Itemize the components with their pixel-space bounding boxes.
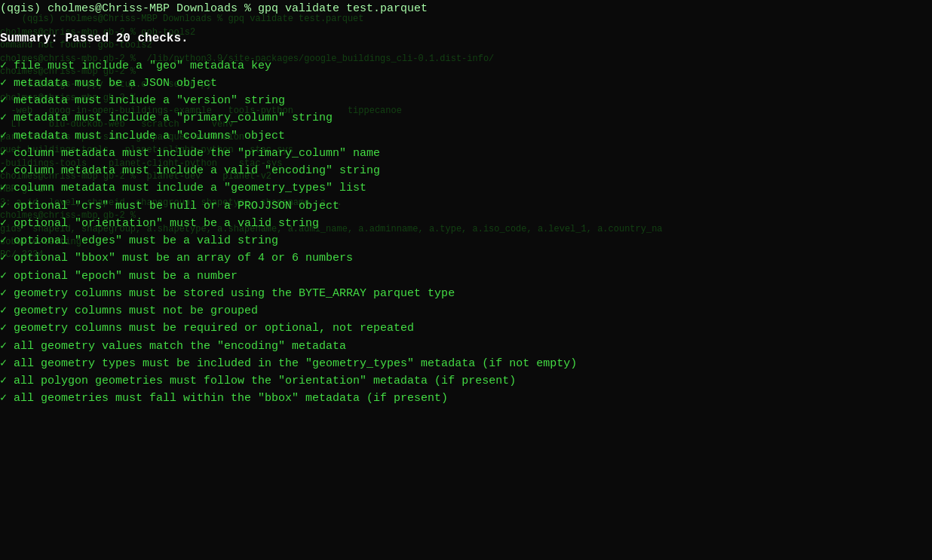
check-line-12: ✓ optional "bbox" must be an array of 4 … (0, 249, 932, 267)
check-line-2: ✓ metadata must be a JSON object (0, 75, 932, 92)
terminal-window: (qgis) cholmes@Chriss-MBP Downloads % gp… (0, 0, 932, 560)
check-line-9: ✓ optional "crs" must be null or a PROJJ… (0, 197, 932, 215)
check-line-14: ✓ geometry columns must be stored using … (0, 285, 932, 302)
check-line-20: ✓ all geometries must fall within the "b… (0, 390, 932, 407)
check-line-15: ✓ geometry columns must not be grouped (0, 302, 932, 320)
check-line-13: ✓ optional "epoch" must be a number (0, 268, 932, 285)
terminal-background-text: (qgis) cholmes@Chriss-MBP Downloads % gp… (0, 0, 932, 560)
check-line-18: ✓ all geometry types must be included in… (0, 355, 932, 372)
check-line-17: ✓ all geometry values match the "encodin… (0, 338, 932, 355)
check-line-6: ✓ column metadata must include the "prim… (0, 145, 932, 162)
check-line-11: ✓ optional "edges" must be a valid strin… (0, 232, 932, 249)
check-line-7: ✓ column metadata must include a valid "… (0, 162, 932, 179)
check-line-4: ✓ metadata must include a "primary_colum… (0, 109, 932, 127)
terminal-foreground: (qgis) cholmes@Chriss-MBP Downloads % gp… (0, 0, 932, 560)
check-line-8: ✓ column metadata must include a "geomet… (0, 179, 932, 197)
blank-line (0, 17, 932, 28)
command-prompt-line: (qgis) cholmes@Chriss-MBP Downloads % gp… (0, 0, 932, 17)
summary-line: Summary: Passed 20 checks. (0, 29, 932, 49)
check-line-3: ✓ metadata must include a "version" stri… (0, 92, 932, 109)
check-line-5: ✓ metadata must include a "columns" obje… (0, 127, 932, 145)
check-line-19: ✓ all polygon geometries must follow the… (0, 372, 932, 390)
check-line-16: ✓ geometry columns must be required or o… (0, 320, 932, 337)
check-line-10: ✓ optional "orientation" must be a valid… (0, 215, 932, 232)
check-line-1: ✓ file must include a "geo" metadata key (0, 57, 932, 75)
